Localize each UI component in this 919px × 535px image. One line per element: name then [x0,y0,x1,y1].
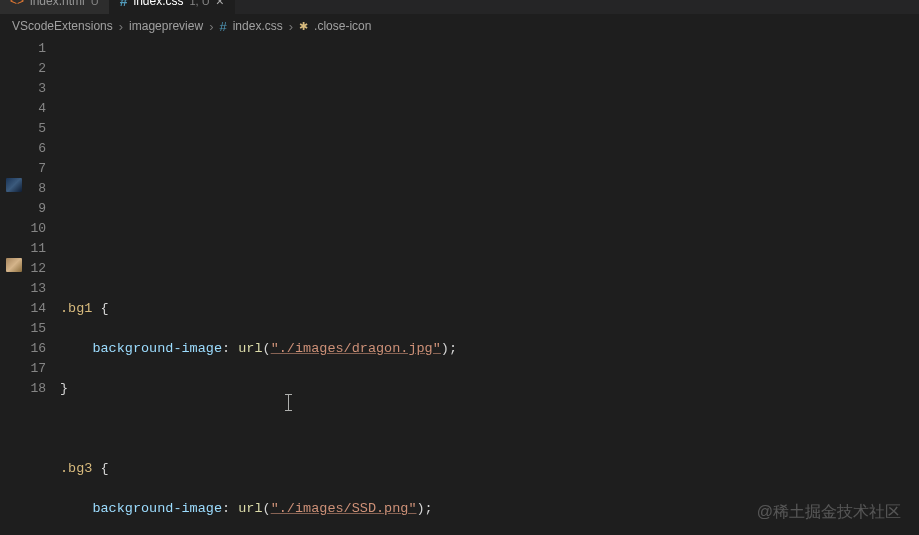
chevron-right-icon: › [119,19,123,34]
html-file-icon: <> [10,0,24,8]
line-number: 13 [26,279,46,299]
line-number: 18 [26,379,46,399]
line-number: 2 [26,59,46,79]
tab-index-css[interactable]: # index.css 1, U × [110,0,235,14]
image-preview-thumbnail[interactable] [6,178,22,192]
close-icon[interactable]: × [216,0,224,8]
tab-label: index.css [133,0,183,8]
editor-area[interactable]: 1 2 3 4 5 6 7 8 9 10 11 12 13 14 15 16 1… [0,38,919,535]
css-file-icon: # [219,19,226,34]
tab-badge: 1, U [190,0,210,7]
breadcrumb-item[interactable]: imagepreview [129,19,203,33]
line-number: 5 [26,119,46,139]
code-content[interactable]: .bg1 { background-image: url("./images/d… [60,38,919,535]
line-number: 7 [26,159,46,179]
tab-bar: <> index.html U # index.css 1, U × [0,0,919,14]
line-number: 12 [26,259,46,279]
line-number: 14 [26,299,46,319]
line-number: 16 [26,339,46,359]
line-number: 6 [26,139,46,159]
line-number-gutter: 1 2 3 4 5 6 7 8 9 10 11 12 13 14 15 16 1… [26,38,60,535]
line-number: 8 [26,179,46,199]
line-number: 10 [26,219,46,239]
chevron-right-icon: › [209,19,213,34]
tab-index-html[interactable]: <> index.html U [0,0,110,14]
line-number: 4 [26,99,46,119]
line-number: 15 [26,319,46,339]
tab-label: index.html [30,0,85,8]
breadcrumb-item[interactable]: .close-icon [314,19,371,33]
css-file-icon: # [120,0,128,9]
breadcrumb-item[interactable]: VScodeExtensions [12,19,113,33]
line-number: 17 [26,359,46,379]
breadcrumb[interactable]: VScodeExtensions › imagepreview › # inde… [0,14,919,38]
chevron-right-icon: › [289,19,293,34]
symbol-icon: ✱ [299,20,308,33]
line-number: 9 [26,199,46,219]
image-preview-thumbnail[interactable] [6,258,22,272]
line-number: 1 [26,39,46,59]
line-number: 11 [26,239,46,259]
breadcrumb-item[interactable]: index.css [233,19,283,33]
tab-badge: U [91,0,99,7]
line-number: 3 [26,79,46,99]
gutter-decorations [0,38,26,535]
watermark-text: @稀土掘金技术社区 [757,502,901,523]
text-cursor-icon [288,394,289,411]
